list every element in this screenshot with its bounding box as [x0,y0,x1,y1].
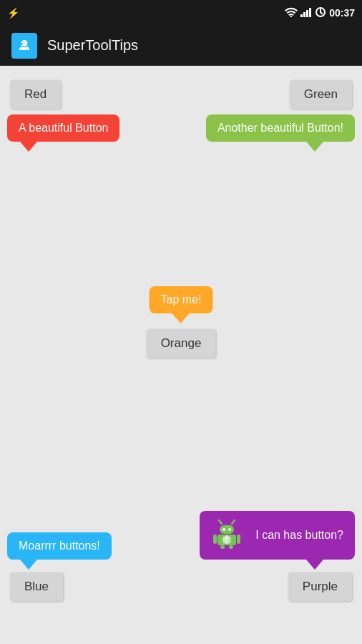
svg-rect-1 [300,14,303,17]
status-bar: ⚡ 00:37 [0,0,362,26]
svg-rect-2 [303,12,305,17]
blue-button[interactable]: Blue [10,572,63,601]
svg-rect-15 [220,545,225,549]
wifi-icon [285,7,298,19]
svg-point-11 [228,528,231,531]
svg-rect-4 [309,8,311,17]
svg-rect-14 [237,535,240,544]
svg-point-0 [290,15,292,16]
status-bar-right: 00:37 [285,6,355,20]
orange-button[interactable]: Orange [147,329,216,358]
app-icon: ? [11,33,37,59]
svg-point-10 [222,528,225,531]
svg-rect-3 [306,10,308,17]
main-content: A beautiful Button Red Another beautiful… [0,66,362,644]
signal-icon [300,7,312,19]
green-button[interactable]: Green [290,80,352,109]
tooltip-purple: I can has button? [200,511,355,560]
svg-line-7 [219,520,222,524]
time-display: 00:37 [329,7,355,19]
android-robot-icon [211,518,243,552]
svg-line-8 [232,520,235,524]
svg-rect-16 [229,545,233,549]
usb-icon: ⚡ [7,7,19,19]
svg-rect-13 [213,535,217,544]
red-button[interactable]: Red [10,80,61,109]
purple-button[interactable]: Purple [288,572,352,601]
tooltip-blue: Moarrrr buttons! [7,532,112,560]
tooltip-green: Another beautiful Button! [206,114,355,142]
tooltip-orange: Tap me! [150,286,213,313]
sync-icon [315,6,326,20]
svg-rect-9 [220,525,234,534]
app-bar: ? SuperToolTips [0,26,362,66]
app-title: SuperToolTips [47,37,138,54]
tooltip-red: A beautiful Button [7,114,119,142]
